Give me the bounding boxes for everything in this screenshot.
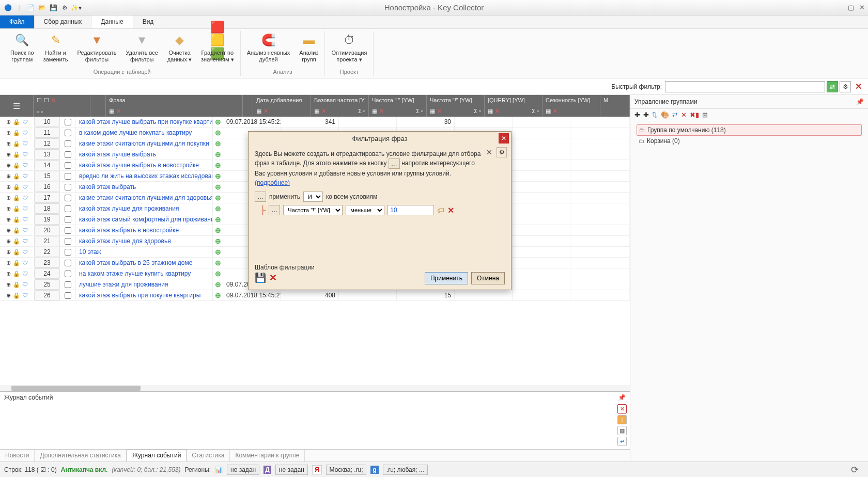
- col-checkboxes[interactable]: ☐☐✕▫▫: [34, 95, 90, 117]
- phrase-cell[interactable]: какой этаж выбрать в 25 этажном доме: [76, 258, 213, 268]
- plus-icon[interactable]: ⊕: [215, 129, 221, 137]
- close-icon[interactable]: ✕: [859, 4, 865, 11]
- shield-icon[interactable]: 🛡: [22, 162, 28, 168]
- plus-icon[interactable]: ⊕: [215, 139, 221, 148]
- journal-info-button[interactable]: ▦: [617, 426, 627, 435]
- delete-template-icon[interactable]: ✕: [269, 272, 277, 283]
- row-checkbox[interactable]: [60, 279, 76, 290]
- shield-icon[interactable]: 🛡: [22, 227, 28, 233]
- add-cell[interactable]: ⊕: [213, 290, 223, 300]
- gradient-button[interactable]: 🟥🟨🟩Градиент по значениям ▾: [197, 31, 238, 69]
- add-cell[interactable]: ⊕: [213, 279, 223, 290]
- add-cell[interactable]: ⊕: [213, 236, 223, 246]
- clear-icon[interactable]: ✕: [116, 108, 121, 115]
- shield-icon[interactable]: 🛡: [22, 260, 28, 266]
- journal-clear-button[interactable]: ✕: [617, 404, 627, 414]
- row-checkbox[interactable]: [60, 290, 76, 300]
- add-subgroup-icon[interactable]: ✚: [643, 111, 649, 119]
- chart-icon[interactable]: 📊: [215, 466, 223, 473]
- row-checkbox[interactable]: [60, 149, 76, 160]
- plus-icon[interactable]: ⊕: [215, 194, 221, 202]
- filter-icon[interactable]: ▦: [109, 108, 114, 115]
- shield-icon[interactable]: 🛡: [22, 205, 28, 212]
- checkbox[interactable]: [65, 119, 71, 125]
- checkbox[interactable]: [65, 238, 71, 245]
- expand-icon[interactable]: ⊕: [6, 205, 11, 212]
- add-cell[interactable]: ⊕: [213, 138, 223, 149]
- region-2[interactable]: не задан: [275, 465, 308, 475]
- add-cell[interactable]: ⊕: [213, 258, 223, 268]
- pin-icon[interactable]: 📌: [856, 98, 864, 105]
- group-default[interactable]: 🗀 Группа по умолчанию (118): [637, 124, 862, 136]
- shield-icon[interactable]: 🛡: [22, 140, 28, 147]
- edit-filters-button[interactable]: ▼Редактировать фильтры: [73, 31, 120, 69]
- btab-news[interactable]: Новости: [0, 450, 35, 462]
- root-ellipsis-button[interactable]: …: [255, 192, 266, 202]
- expand-icon[interactable]: ⊕: [6, 184, 11, 190]
- clear-filters-button[interactable]: ▼Удалить все фильтры: [121, 31, 162, 69]
- modal-close-button[interactable]: ✕: [499, 133, 509, 144]
- remove-cond-icon[interactable]: ✕: [447, 205, 454, 215]
- lock-icon[interactable]: 🔒: [13, 184, 20, 190]
- plus-icon[interactable]: ⊕: [215, 269, 221, 278]
- lock-icon[interactable]: 🔒: [13, 162, 20, 169]
- checkbox[interactable]: [65, 260, 71, 266]
- shield-icon[interactable]: 🛡: [22, 151, 28, 157]
- add-cell[interactable]: ⊕: [213, 160, 223, 170]
- pin-icon[interactable]: 📌: [618, 394, 626, 401]
- col-freq-quote[interactable]: Частота " " [YW]▦✕Σ ▫: [369, 95, 427, 117]
- col-settings[interactable]: ☰: [0, 95, 34, 117]
- row-checkbox[interactable]: [60, 247, 76, 257]
- row-checkbox[interactable]: [60, 138, 76, 149]
- cancel-button[interactable]: Отмена: [471, 272, 505, 284]
- checkbox[interactable]: [65, 151, 71, 158]
- checkbox[interactable]: [65, 292, 71, 299]
- phrase-cell[interactable]: лучшие этажи для проживания: [76, 279, 213, 290]
- plus-icon[interactable]: ⊕: [215, 248, 221, 256]
- shield-icon[interactable]: 🛡: [22, 195, 28, 201]
- expand-icon[interactable]: ⊕: [6, 162, 11, 169]
- value-input[interactable]: [388, 205, 434, 215]
- expand-icon[interactable]: ⊕: [6, 140, 11, 147]
- lock-icon[interactable]: 🔒: [13, 151, 20, 158]
- checkbox[interactable]: [65, 281, 71, 288]
- row-checkbox[interactable]: [60, 193, 76, 203]
- journal-warn-button[interactable]: !: [617, 415, 627, 424]
- table-row[interactable]: ⊕🔒🛡10какой этаж лучше выбрать при покупк…: [0, 117, 630, 128]
- scrollbar-thumb[interactable]: [11, 386, 141, 391]
- tree-icon[interactable]: ⊞: [702, 111, 708, 119]
- checkbox[interactable]: [65, 162, 71, 169]
- expand-icon[interactable]: ⊕: [6, 151, 11, 158]
- plus-icon[interactable]: ⊕: [215, 237, 221, 245]
- lock-icon[interactable]: 🔒: [13, 205, 20, 212]
- shield-icon[interactable]: 🛡: [22, 119, 28, 125]
- expand-icon[interactable]: ⊕: [6, 119, 11, 125]
- col-check[interactable]: [90, 95, 106, 117]
- operator-select[interactable]: меньше: [346, 205, 384, 215]
- new-file-icon[interactable]: 📄: [26, 3, 35, 12]
- row-checkbox[interactable]: [60, 182, 76, 192]
- phrase-cell[interactable]: 10 этаж: [76, 247, 213, 257]
- col-date[interactable]: Дата добавления▦✕: [253, 95, 311, 117]
- phrase-cell[interactable]: какой этаж лучше выбрать: [76, 149, 213, 160]
- phrase-cell[interactable]: какой этаж лучше выбрать при покупке ква…: [76, 117, 213, 127]
- settings-icon[interactable]: ⚙: [60, 3, 69, 12]
- checkbox[interactable]: [65, 227, 71, 234]
- col-phrase[interactable]: Фраза▦✕: [106, 95, 243, 117]
- expand-icon[interactable]: ⊕: [6, 292, 11, 299]
- region-3[interactable]: Москва; .ru;: [326, 465, 367, 475]
- phrase-cell[interactable]: вредно ли жить на высоких этажах исследо…: [76, 171, 213, 181]
- lock-icon[interactable]: 🔒: [13, 249, 20, 256]
- row-checkbox[interactable]: [60, 258, 76, 268]
- checkbox[interactable]: [65, 216, 71, 223]
- clean-data-button[interactable]: ◆Очистка данных ▾: [163, 31, 196, 69]
- checkbox[interactable]: [65, 130, 71, 136]
- shield-icon[interactable]: 🛡: [22, 292, 28, 298]
- col-m[interactable]: М: [600, 95, 630, 117]
- maximize-icon[interactable]: ▢: [848, 4, 854, 11]
- add-cell[interactable]: ⊕: [213, 225, 223, 235]
- add-cell[interactable]: ⊕: [213, 117, 223, 127]
- tab-dannye[interactable]: Данные: [91, 15, 133, 28]
- col-add[interactable]: [243, 95, 253, 117]
- phrase-cell[interactable]: какой этаж лучше для проживания: [76, 203, 213, 214]
